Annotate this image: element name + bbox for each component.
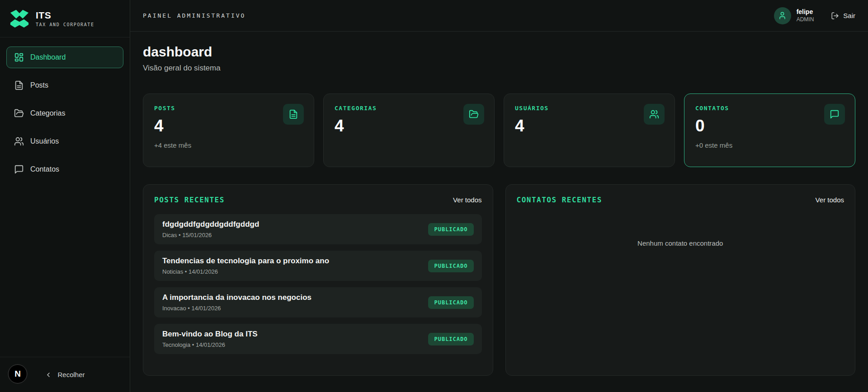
post-meta: Dicas • 15/01/2026 <box>162 232 259 238</box>
its-logo-icon <box>9 9 30 28</box>
post-title: Tendencias de tecnologia para o proximo … <box>162 257 329 266</box>
stat-delta <box>335 141 483 149</box>
sidebar-item-label: Posts <box>30 81 48 89</box>
message-square-icon <box>14 164 24 174</box>
post-text: A importancia da inovacao nos negocios I… <box>162 293 311 312</box>
post-meta: Tecnologia • 14/01/2026 <box>162 341 258 348</box>
sidebar-item[interactable]: Usuários <box>6 131 123 152</box>
stat-delta: +4 este mês <box>154 141 303 149</box>
topbar: PAINEL ADMINISTRATIVO felipe ADMIN Sair <box>130 0 868 32</box>
stat-delta <box>515 141 664 149</box>
chevron-left-icon <box>45 371 52 378</box>
user-avatar[interactable] <box>774 7 791 24</box>
brand: ITS TAX AND CORPORATE <box>0 0 130 37</box>
stat-label: USUÁRIOS <box>515 105 664 112</box>
user-info: felipe ADMIN <box>797 9 814 23</box>
stat-card: CONTATOS 0 +0 este mês <box>684 93 855 167</box>
recent-posts-title: POSTS RECENTES <box>154 196 225 204</box>
stat-card: CATEGORIAS 4 <box>323 93 495 167</box>
sidebar-item[interactable]: Contatos <box>6 159 123 180</box>
user-role: ADMIN <box>797 17 814 23</box>
posts-view-all-link[interactable]: Ver todos <box>453 196 481 204</box>
folder-open-icon <box>14 108 24 118</box>
sidebar-item-label: Dashboard <box>30 53 66 61</box>
dashboard-grid-icon <box>14 52 24 62</box>
post-list-item[interactable]: A importancia da inovacao nos negocios I… <box>154 287 482 317</box>
stat-delta: +0 este mês <box>695 141 844 149</box>
recent-contacts-panel: CONTATOS RECENTES Ver todos Nenhum conta… <box>505 184 856 376</box>
sidebar-footer: Recolher N <box>0 357 130 392</box>
content-column: PAINEL ADMINISTRATIVO felipe ADMIN Sair … <box>130 0 868 392</box>
sidebar-item[interactable]: Dashboard <box>6 47 123 68</box>
app-root: ITS TAX AND CORPORATE Dashboard Posts Ca… <box>0 0 868 392</box>
post-list-item[interactable]: Tendencias de tecnologia para o proximo … <box>154 251 482 281</box>
recent-posts-header: POSTS RECENTES Ver todos <box>154 196 482 204</box>
users-icon <box>14 136 24 146</box>
recent-posts-panel: POSTS RECENTES Ver todos fdgdgddfgdgddgd… <box>143 184 493 376</box>
logout-label: Sair <box>843 12 855 19</box>
stat-value: 4 <box>515 117 664 135</box>
post-title: Bem-vindo ao Blog da ITS <box>162 330 258 339</box>
main-content: dashboard Visão geral do sistema POSTS 4… <box>130 32 868 392</box>
stats-grid: POSTS 4 +4 este mês CATEGORIAS 4 USUÁRIO… <box>143 93 855 167</box>
stat-label: POSTS <box>154 105 303 112</box>
nextjs-dev-badge[interactable]: N <box>8 364 27 383</box>
post-title: A importancia da inovacao nos negocios <box>162 293 311 302</box>
status-badge: PUBLICADO <box>428 223 473 236</box>
collapse-label: Recolher <box>57 371 85 378</box>
contacts-empty-message: Nenhum contato encontrado <box>517 239 844 247</box>
sidebar: ITS TAX AND CORPORATE Dashboard Posts Ca… <box>0 0 130 392</box>
brand-tagline: TAX AND CORPORATE <box>36 22 94 27</box>
logout-icon <box>831 12 839 20</box>
stat-value: 4 <box>154 117 303 135</box>
users-icon <box>644 104 665 125</box>
post-list-item[interactable]: fdgdgddfgdgddgddfgddgd Dicas • 15/01/202… <box>154 214 482 244</box>
stat-label: CATEGORIAS <box>335 105 483 112</box>
recent-contacts-title: CONTATOS RECENTES <box>517 196 602 204</box>
sidebar-nav: Dashboard Posts Categorias Usuários Cont… <box>0 37 130 189</box>
status-badge: PUBLICADO <box>428 333 473 345</box>
sidebar-item-label: Usuários <box>30 137 59 145</box>
folder-open-icon <box>463 104 484 125</box>
stat-value: 0 <box>695 117 844 135</box>
post-text: Tendencias de tecnologia para o proximo … <box>162 257 329 275</box>
sidebar-item-label: Categorias <box>30 109 65 117</box>
status-badge: PUBLICADO <box>428 260 473 272</box>
sidebar-item-label: Contatos <box>30 165 59 173</box>
stat-value: 4 <box>335 117 483 135</box>
stat-label: CONTATOS <box>695 105 844 112</box>
status-badge: PUBLICADO <box>428 296 473 309</box>
post-meta: Noticias • 14/01/2026 <box>162 268 329 275</box>
page-title: dashboard <box>143 44 855 60</box>
brand-text: ITS TAX AND CORPORATE <box>36 10 94 27</box>
sidebar-item[interactable]: Posts <box>6 75 123 96</box>
sidebar-item[interactable]: Categorias <box>6 103 123 124</box>
topbar-title: PAINEL ADMINISTRATIVO <box>143 12 245 19</box>
message-square-icon <box>824 104 845 125</box>
user-name: felipe <box>797 9 814 15</box>
brand-name: ITS <box>36 10 94 21</box>
stat-card: USUÁRIOS 4 <box>504 93 675 167</box>
contacts-view-all-link[interactable]: Ver todos <box>816 196 844 204</box>
page-subtitle: Visão geral do sistema <box>143 64 855 73</box>
post-list-item[interactable]: Bem-vindo ao Blog da ITS Tecnologia • 14… <box>154 324 482 354</box>
recent-posts-list: fdgdgddfgdgddgddfgddgd Dicas • 15/01/202… <box>154 214 482 354</box>
user-icon <box>778 11 787 20</box>
recent-contacts-header: CONTATOS RECENTES Ver todos <box>517 196 844 204</box>
topbar-right: felipe ADMIN Sair <box>774 7 855 24</box>
file-text-icon <box>283 104 304 125</box>
post-title: fdgdgddfgdgddgddfgddgd <box>162 220 259 229</box>
post-text: fdgdgddfgdgddgddfgddgd Dicas • 15/01/202… <box>162 220 259 238</box>
logout-button[interactable]: Sair <box>831 12 855 20</box>
post-text: Bem-vindo ao Blog da ITS Tecnologia • 14… <box>162 330 258 348</box>
panels-row: POSTS RECENTES Ver todos fdgdgddfgdgddgd… <box>143 184 855 376</box>
stat-card: POSTS 4 +4 este mês <box>143 93 314 167</box>
post-meta: Inovacao • 14/01/2026 <box>162 305 311 312</box>
collapse-sidebar-button[interactable]: Recolher <box>45 371 85 378</box>
file-text-icon <box>14 80 24 90</box>
